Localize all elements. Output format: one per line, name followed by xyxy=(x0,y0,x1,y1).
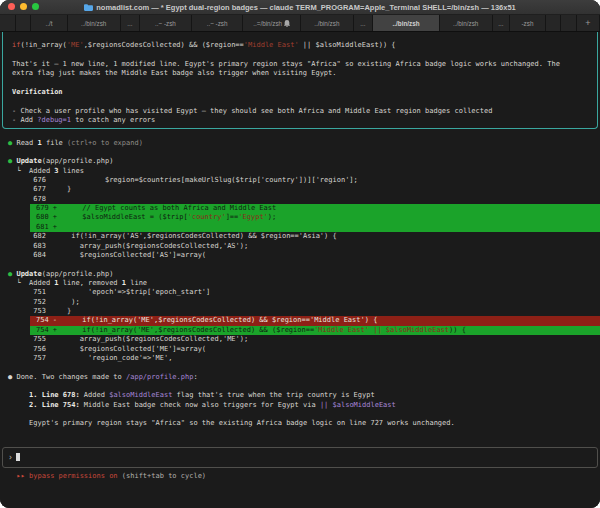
text-segment: 757 'region_code'=>'ME', xyxy=(8,354,172,362)
text-segment: (app/profile.php) xyxy=(42,270,114,278)
terminal-tab-8[interactable]: ../bin/zsh xyxy=(301,15,354,31)
text-segment: 678 xyxy=(8,195,46,203)
terminal[interactable]: if(!in_array('ME',$regionsCodesCollected… xyxy=(0,32,600,508)
text-segment: ,$regionsCodesCollected) && ($region== xyxy=(84,41,244,49)
terminal-tab-0[interactable] xyxy=(0,15,16,31)
text-segment: 679 + // Egypt counts as both Africa and… xyxy=(36,204,276,212)
text-segment: (app/profile.php) xyxy=(42,157,114,165)
terminal-tab-14[interactable] xyxy=(546,15,562,31)
terminal-tab-13[interactable]: -zsh xyxy=(510,15,546,31)
text-segment: Middle East badge check now also trigger… xyxy=(80,401,320,409)
terminal-line: └ Added 3 lines xyxy=(0,167,600,176)
text-segment: line xyxy=(126,279,147,287)
terminal-tab-9[interactable]: ... xyxy=(354,15,374,31)
terminal-line xyxy=(0,363,600,372)
window-title: nomadlist.com — * Egypt dual-region badg… xyxy=(0,3,600,12)
terminal-line xyxy=(0,382,600,391)
text-segment: 752 ); xyxy=(8,298,80,306)
text-segment: Read xyxy=(16,139,37,147)
terminal-tab-5[interactable]: ..~ -zsh xyxy=(140,15,192,31)
diff-added-line: 680 + $alsoMiddleEast = ($trip['country'… xyxy=(30,213,600,222)
tab-label: ../bin/zsh xyxy=(81,20,106,27)
text-segment: Update xyxy=(16,157,41,165)
text-segment: || $alsoMiddleEast xyxy=(320,401,396,409)
terminal-line: 1. Line 678: Added $alsoMiddleEast flag … xyxy=(0,391,600,400)
text-segment: ▸▸ bypass permissions on xyxy=(8,472,122,480)
terminal-line: ● Done. Two changes made to /app/profile… xyxy=(0,373,600,382)
text-segment: lines xyxy=(59,167,84,175)
text-segment: Update xyxy=(16,270,41,278)
terminal-line: if(!in_array('ME',$regionsCodesCollected… xyxy=(3,41,597,50)
text-segment: 754 + if(!in_array('ME',$regionsCodesCol… xyxy=(36,326,314,334)
status-line: ▸▸ bypass permissions on (shift+tab to c… xyxy=(0,472,600,481)
terminal-tab-4[interactable]: ... xyxy=(121,15,141,31)
new-tab-button[interactable]: + xyxy=(577,15,600,31)
terminal-line: - Add ?debug=1 to catch any errors xyxy=(3,116,597,125)
tab-label: ... xyxy=(127,20,132,27)
text-segment: 1. Line 678: xyxy=(29,391,80,399)
text-segment: Done. Two changes made to xyxy=(16,373,126,381)
text-segment xyxy=(8,391,29,399)
text-segment: 753 } xyxy=(8,307,71,315)
terminal-line: Verification xyxy=(3,88,597,97)
terminal-tab-15[interactable] xyxy=(561,15,577,31)
text-segment: 751 'epoch'=>$trip['epoch_start'] xyxy=(8,288,210,296)
text-segment: 676 $region=$countries[makeUrlSlug($trip… xyxy=(8,176,358,184)
text-segment: 677 } xyxy=(8,185,71,193)
terminal-tab-2[interactable]: ../t xyxy=(31,15,68,31)
window-title-text: nomadlist.com — * Egypt dual-region badg… xyxy=(96,3,516,12)
text-segment: 2. Line 754: xyxy=(29,401,80,409)
text-segment: $alsoMiddleEast xyxy=(109,391,172,399)
text-segment: || $alsoMiddleEast xyxy=(373,326,449,334)
terminal-line: 752 ); xyxy=(0,298,600,307)
text-segment: (!in_array( xyxy=(20,41,66,49)
terminal-tab-3[interactable]: ../bin/zsh xyxy=(68,15,121,31)
text-segment: 'country' xyxy=(188,213,226,221)
text-segment: ); xyxy=(268,213,276,221)
diff-added-line: 679 + // Egypt counts as both Africa and… xyxy=(30,204,600,213)
tab-bar: ../t../bin/zsh.....~ -zsh..~ -zsh..=/bin… xyxy=(0,15,600,32)
prompt-chevron: › xyxy=(8,453,13,462)
terminal-line: └ Added 1 line, removed 1 line xyxy=(0,279,600,288)
terminal-line: 678 xyxy=(0,195,600,204)
terminal-line: extra flag just makes the Middle East ba… xyxy=(3,69,597,78)
terminal-tab-11[interactable]: ../bin/zsh xyxy=(440,15,493,31)
text-segment: )) { xyxy=(449,326,466,334)
terminal-tab-1[interactable] xyxy=(16,15,32,31)
text-segment: 754 - if(!in_array('ME',$regionsCodesCol… xyxy=(36,316,377,324)
terminal-tab-10[interactable]: ../bin/zsh xyxy=(373,15,440,31)
tab-label: ../t xyxy=(46,20,53,27)
terminal-line: 677 } xyxy=(0,185,600,194)
terminal-line: That's it — 1 new line, 1 modified line.… xyxy=(3,60,597,69)
terminal-line: ▸▸ bypass permissions on (shift+tab to c… xyxy=(0,472,600,481)
tab-label: ... xyxy=(360,20,365,27)
text-segment: - Add xyxy=(12,116,37,124)
close-button[interactable] xyxy=(8,3,15,10)
text-segment: 'Egypt' xyxy=(238,213,268,221)
diff-added-line: 754 + if(!in_array('ME',$regionsCodesCol… xyxy=(30,326,600,335)
text-segment: ?debug=1 xyxy=(37,116,71,124)
text-segment: ]== xyxy=(226,213,239,221)
prompt-input[interactable]: › xyxy=(2,447,598,468)
terminal-line: ● Update(app/profile.php) xyxy=(0,157,600,166)
terminal-tab-12[interactable]: ... xyxy=(493,15,511,31)
text-segment: : xyxy=(193,373,197,381)
assistant-message-box: if(!in_array('ME',$regionsCodesCollected… xyxy=(2,32,598,129)
diff-removed-line: 754 - if(!in_array('ME',$regionsCodesCol… xyxy=(30,316,600,325)
minimize-button[interactable] xyxy=(20,3,27,10)
text-segment: 756 $regionsCollected['ME']=array( xyxy=(8,345,206,353)
terminal-line: 684 $regionsCollected['AS']=array( xyxy=(0,251,600,260)
tab-label: ..~ -zsh xyxy=(207,20,228,27)
terminal-tab-6[interactable]: ..~ -zsh xyxy=(192,15,244,31)
tab-label: ../bin/zsh xyxy=(393,20,420,27)
text-segment: line, removed xyxy=(59,279,122,287)
terminal-line xyxy=(0,129,600,138)
text-segment: (shift+tab to cycle) xyxy=(122,472,206,480)
text-segment: || $alsoMiddleEast)) { xyxy=(299,41,396,49)
text-segment: That's it — 1 new line, 1 modified line.… xyxy=(12,60,560,68)
zoom-button[interactable] xyxy=(32,3,39,10)
terminal-tab-7[interactable]: ..=/bin/zsh xyxy=(243,15,301,31)
title-bar[interactable]: nomadlist.com — * Egypt dual-region badg… xyxy=(0,0,600,15)
tab-label: -zsh xyxy=(521,20,533,27)
terminal-output: ● Read 1 file (ctrl+o to expand)● Update… xyxy=(0,129,600,429)
